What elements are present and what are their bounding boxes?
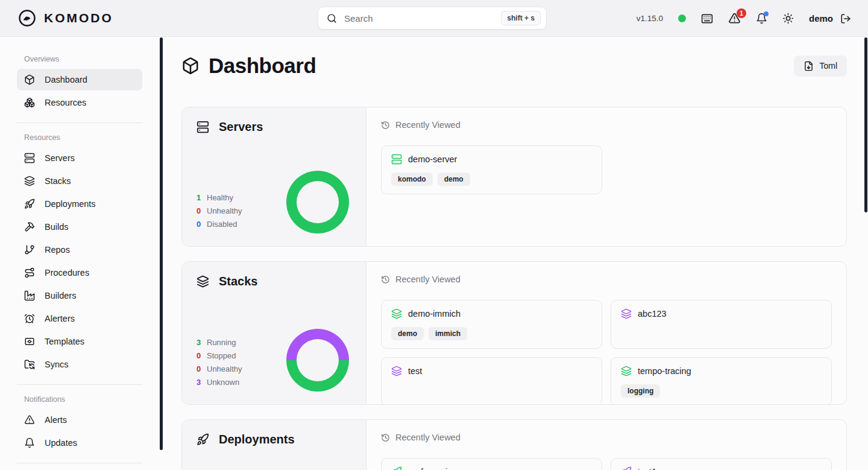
logout-icon[interactable] (840, 13, 851, 24)
global-search[interactable]: shift + s (318, 7, 547, 30)
stacks-summary-panel[interactable]: Stacks 3 Running 0 Stopped (182, 262, 366, 404)
deployments-section: Deployments Recently Viewed (181, 419, 847, 470)
sidebar-item-syncs[interactable]: Syncs (17, 354, 142, 375)
server-icon (24, 153, 35, 164)
stacks-recently-viewed-panel: Recently Viewed demo-immich (366, 262, 846, 404)
updates-button[interactable] (756, 13, 767, 24)
legend-row: 0 Disabled (197, 220, 242, 229)
sun-icon (782, 13, 794, 24)
export-toml-button[interactable]: Toml (794, 56, 847, 77)
user-menu[interactable]: demo (809, 13, 851, 24)
legend-row: 1 Healthy (197, 193, 242, 202)
updates-indicator-dot (764, 11, 769, 16)
core-status-dot[interactable] (678, 14, 686, 22)
folder-sync-icon (24, 359, 35, 370)
search-shortcut-badge: shift + s (501, 11, 541, 25)
server-card-demo-server[interactable]: demo-server komodo demo (381, 145, 602, 194)
tag[interactable]: komodo (391, 173, 433, 186)
komodo-app: KOMODO shift + s v1.15.0 (0, 0, 868, 470)
sidebar-item-dashboard[interactable]: Dashboard (17, 69, 142, 91)
sidebar-group-resources: Resources (24, 133, 162, 142)
servers-section-title: Servers (197, 120, 351, 134)
brand-name: KOMODO (44, 11, 113, 25)
resource-name: demo-immich (408, 309, 461, 319)
stack-card-tempo-tracing[interactable]: tempo-tracing logging (611, 357, 832, 405)
sidebar-item-repos[interactable]: Repos (17, 239, 142, 261)
rocket-icon (621, 466, 632, 470)
sidebar-item-alerts[interactable]: Alerts (17, 409, 142, 431)
section-title-text: Deployments (219, 433, 295, 446)
export-toml-label: Toml (819, 61, 837, 71)
sidebar: Overviews Dashboard Resources Resources (0, 37, 162, 470)
legend-label: Unknown (207, 378, 239, 387)
sidebar-item-updates[interactable]: Updates (17, 432, 142, 454)
sidebar-item-label: Dashboard (45, 75, 87, 84)
sidebar-item-deployments[interactable]: Deployments (17, 193, 142, 215)
tag[interactable]: immich (429, 327, 467, 340)
sidebar-item-templates[interactable]: Templates (17, 331, 142, 352)
sidebar-item-servers[interactable]: Servers (17, 147, 142, 169)
deployments-recently-viewed-panel: Recently Viewed grafana-ui (366, 420, 846, 470)
template-icon (24, 336, 35, 347)
stacks-donut-chart (286, 329, 349, 392)
sidebar-item-builders[interactable]: Builders (17, 285, 142, 306)
sidebar-item-builds[interactable]: Builds (17, 216, 142, 238)
servers-donut-chart (286, 171, 349, 233)
tag[interactable]: demo (438, 173, 470, 186)
page-title-text: Dashboard (209, 54, 316, 78)
tag[interactable]: demo (391, 327, 424, 340)
legend-count: 0 (197, 206, 201, 215)
stack-card-demo-immich[interactable]: demo-immich demo immich (381, 300, 602, 349)
tag[interactable]: logging (621, 384, 660, 398)
sidebar-item-alerters[interactable]: Alerters (17, 308, 142, 329)
top-bar-actions: v1.15.0 1 (637, 0, 851, 37)
stack-card-test[interactable]: test (381, 357, 602, 405)
stack-card-abc123[interactable]: abc123 (611, 300, 832, 349)
sidebar-item-label: Alerts (45, 415, 67, 425)
layers-icon (391, 308, 402, 319)
layers-icon (621, 308, 632, 319)
boxes-icon (24, 97, 35, 108)
alerts-button[interactable]: 1 (728, 12, 741, 25)
deployments-summary-panel[interactable]: Deployments (182, 420, 366, 470)
box-icon (24, 74, 35, 85)
resource-name-row: test (391, 366, 592, 376)
search-input[interactable] (344, 13, 501, 24)
theme-toggle-button[interactable] (782, 13, 794, 24)
alert-count-badge: 1 (737, 8, 746, 18)
top-bar: KOMODO shift + s v1.15.0 (0, 0, 868, 37)
sidebar-divider (17, 384, 142, 385)
keyboard-shortcuts-button[interactable] (701, 13, 713, 25)
legend-count: 0 (197, 220, 201, 229)
box-icon (181, 57, 200, 75)
search-icon (327, 13, 337, 24)
deployment-card-test1[interactable]: test1 (611, 458, 832, 470)
legend-label: Unhealthy (207, 206, 242, 215)
sidebar-item-stacks[interactable]: Stacks (17, 170, 142, 192)
resource-name: test1 (638, 467, 656, 470)
page-scrollbar[interactable] (864, 37, 867, 212)
alarm-clock-icon (24, 313, 35, 324)
tag-list: demo immich (391, 327, 592, 340)
legend-row: 0 Stopped (197, 351, 242, 360)
resource-name-row: demo-immich (391, 308, 592, 319)
deployment-card-grafana-ui[interactable]: grafana-ui (381, 458, 602, 470)
recently-viewed-header: Recently Viewed (381, 275, 832, 284)
brand-home-link[interactable]: KOMODO (18, 9, 113, 27)
resource-name: grafana-ui (408, 467, 447, 470)
bell-icon (24, 437, 35, 448)
layers-icon (24, 176, 35, 186)
servers-summary-panel[interactable]: Servers 1 Healthy 0 Unhealthy (182, 107, 366, 246)
sidebar-group-notifications: Notifications (24, 395, 162, 404)
deployments-section-title: Deployments (197, 433, 351, 446)
recently-viewed-header: Recently Viewed (381, 433, 832, 442)
legend-label: Running (207, 338, 236, 347)
sidebar-item-procedures[interactable]: Procedures (17, 262, 142, 284)
hammer-icon (24, 221, 35, 232)
tag-list: komodo demo (391, 173, 592, 186)
stacks-legend: 3 Running 0 Stopped 0 Unhealthy (197, 338, 242, 392)
resource-name-row: tempo-tracing (621, 366, 822, 376)
sidebar-divider (17, 122, 142, 123)
stacks-cards: demo-immich demo immich (381, 300, 832, 405)
sidebar-item-resources[interactable]: Resources (17, 92, 142, 113)
